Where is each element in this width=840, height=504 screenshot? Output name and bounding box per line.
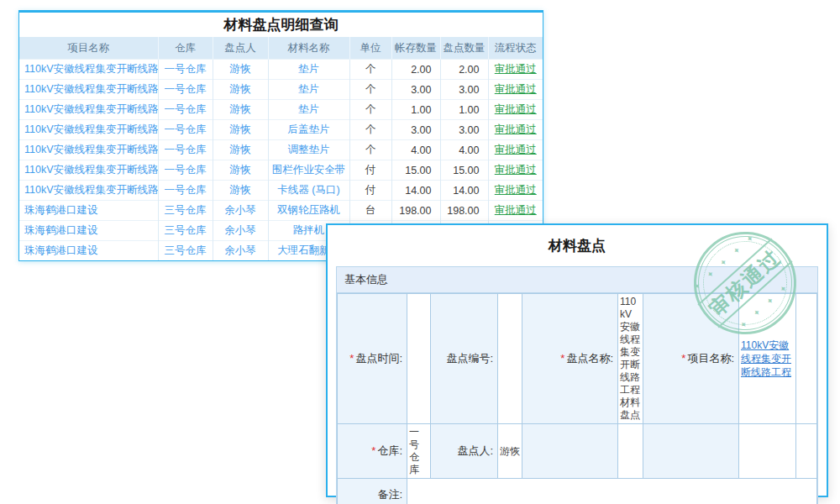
column-header-5: 帐存数量 <box>391 37 440 60</box>
status-link[interactable]: 审批通过 <box>495 83 537 95</box>
cell-warehouse: 三号仓库 <box>158 201 213 221</box>
required-mark: * <box>681 352 685 365</box>
person-value: 游恢 <box>498 424 522 479</box>
cell-person: 余小琴 <box>213 241 268 261</box>
cell-project: 110kV安徽线程集变开断线路工程 <box>19 160 158 181</box>
cell-person: 游恢 <box>213 181 268 201</box>
cell-project: 珠海鹤港口建设 <box>19 241 158 261</box>
status-link[interactable]: 审批通过 <box>495 103 537 115</box>
project-name-link[interactable]: 110kV安徽线程集变开断线路工程 <box>741 339 794 379</box>
cell-unit: 付 <box>349 160 391 181</box>
inventory-name-value: 110kV安徽线程集变开断线路工程材料盘点 <box>618 294 643 424</box>
cell-unit: 个 <box>349 140 391 160</box>
warehouse-label: *仓库: <box>338 424 407 479</box>
cell-book-qty: 2.00 <box>391 60 440 80</box>
column-header-1: 仓库 <box>158 37 213 60</box>
cell-status: 审批通过 <box>488 201 543 221</box>
cell-warehouse: 一号仓库 <box>158 160 213 181</box>
cell-status: 审批通过 <box>488 80 543 100</box>
project-name-value-cell: 110kV安徽线程集变开断线路工程 <box>739 294 796 424</box>
cell-person: 游恢 <box>213 160 268 181</box>
cell-project: 110kV安徽线程集变开断线路工程 <box>19 100 158 120</box>
cell-person: 游恢 <box>213 100 268 120</box>
table-row: 110kV安徽线程集变开断线路工程一号仓库游恢垫片个1.001.00审批通过 <box>19 100 543 120</box>
cell-project: 110kV安徽线程集变开断线路工程 <box>19 80 158 100</box>
empty-cell <box>796 294 817 424</box>
cell-project: 110kV安徽线程集变开断线路工程 <box>19 140 158 160</box>
cell-person: 游恢 <box>213 140 268 160</box>
status-link[interactable]: 审批通过 <box>495 164 537 176</box>
status-link[interactable]: 审批通过 <box>495 63 537 75</box>
status-link[interactable]: 审批通过 <box>495 144 537 155</box>
basic-info-table: *盘点时间: 盘点编号: *盘点名称: 110kV安徽线程集变开断线路工程材料盘… <box>337 293 817 504</box>
project-name-label: *项目名称: <box>643 294 739 424</box>
cell-material: 双钢轮压路机 <box>268 201 349 221</box>
required-mark: * <box>560 352 564 365</box>
cell-status: 审批通过 <box>488 120 543 140</box>
cell-status: 审批通过 <box>488 100 543 120</box>
empty-cell <box>739 424 796 479</box>
cell-book-qty: 14.00 <box>391 181 440 201</box>
cell-unit: 个 <box>349 80 391 100</box>
cell-project: 110kV安徽线程集变开断线路工程 <box>19 120 158 140</box>
cell-material: 卡线器 (马口) <box>268 181 349 201</box>
column-header-2: 盘点人 <box>213 37 268 60</box>
cell-book-qty: 198.00 <box>391 201 440 221</box>
basic-info-section: 基本信息 *盘点时间: 盘点编号: *盘点名称: 110kV安徽线程集变开断线路… <box>336 266 818 504</box>
cell-warehouse: 一号仓库 <box>158 80 213 100</box>
cell-count-qty: 4.00 <box>440 140 488 160</box>
table-row: 珠海鹤港口建设三号仓库余小琴双钢轮压路机台198.00198.00审批通过 <box>19 201 543 221</box>
empty-cell <box>796 424 817 479</box>
column-header-4: 单位 <box>349 37 391 60</box>
cell-warehouse: 一号仓库 <box>158 181 213 201</box>
table-row: 110kV安徽线程集变开断线路工程一号仓库游恢垫片个2.002.00审批通过 <box>19 60 543 80</box>
cell-unit: 台 <box>349 201 391 221</box>
cell-book-qty: 3.00 <box>391 120 440 140</box>
inventory-no-label: 盘点编号: <box>431 294 498 424</box>
cell-person: 余小琴 <box>213 221 268 241</box>
cell-book-qty: 1.00 <box>391 100 440 120</box>
status-link[interactable]: 审批通过 <box>495 184 537 196</box>
cell-count-qty: 3.00 <box>440 120 488 140</box>
material-inventory-form-panel: 材料盘点 基本信息 *盘点时间: 盘点编号: *盘点名称: 110kV安徽线程集… <box>326 223 828 497</box>
inventory-time-field[interactable] <box>407 294 431 424</box>
table-row: 110kV安徽线程集变开断线路工程一号仓库游恢卡线器 (马口)付14.0014.… <box>19 181 543 201</box>
cell-unit: 个 <box>349 100 391 120</box>
warehouse-value: 一号仓库 <box>407 424 431 479</box>
cell-person: 游恢 <box>213 80 268 100</box>
cell-project: 110kV安徽线程集变开断线路工程 <box>19 60 158 80</box>
cell-book-qty: 15.00 <box>391 160 440 181</box>
cell-status: 审批通过 <box>488 60 543 80</box>
cell-warehouse: 一号仓库 <box>158 120 213 140</box>
status-link[interactable]: 审批通过 <box>495 204 537 216</box>
cell-warehouse: 一号仓库 <box>158 140 213 160</box>
table-row: 110kV安徽线程集变开断线路工程一号仓库游恢调整垫片个4.004.00审批通过 <box>19 140 543 160</box>
empty-cell <box>618 424 643 479</box>
cell-count-qty: 1.00 <box>440 100 488 120</box>
cell-book-qty: 3.00 <box>391 80 440 100</box>
cell-unit: 付 <box>349 181 391 201</box>
cell-material: 调整垫片 <box>268 140 349 160</box>
cell-project: 珠海鹤港口建设 <box>19 201 158 221</box>
cell-warehouse: 一号仓库 <box>158 60 213 80</box>
empty-label-cell <box>522 424 618 479</box>
table-row: 110kV安徽线程集变开断线路工程一号仓库游恢围栏作业安全带付15.0015.0… <box>19 160 543 181</box>
cell-status: 审批通过 <box>488 140 543 160</box>
status-link[interactable]: 审批通过 <box>495 123 537 135</box>
column-header-3: 材料名称 <box>268 37 349 60</box>
column-header-7: 流程状态 <box>488 37 543 60</box>
cell-project: 珠海鹤港口建设 <box>19 221 158 241</box>
cell-project: 110kV安徽线程集变开断线路工程 <box>19 181 158 201</box>
column-header-6: 盘点数量 <box>440 37 488 60</box>
cell-status: 审批通过 <box>488 160 543 181</box>
required-mark: * <box>349 352 354 365</box>
inventory-no-field[interactable] <box>498 294 522 424</box>
person-label: 盘点人: <box>431 424 498 479</box>
column-header-0: 项目名称 <box>19 37 158 60</box>
cell-count-qty: 15.00 <box>440 160 488 181</box>
cell-warehouse: 三号仓库 <box>158 241 213 261</box>
empty-label-cell <box>643 424 739 479</box>
table-header-row: 项目名称仓库盘点人材料名称单位帐存数量盘点数量流程状态 <box>19 37 543 60</box>
remark-field[interactable] <box>407 479 817 504</box>
cell-material: 后盖垫片 <box>268 120 349 140</box>
